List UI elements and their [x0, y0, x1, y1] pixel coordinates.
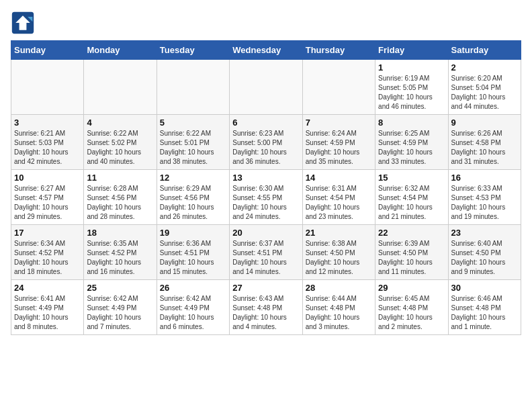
day-number: 5 — [160, 118, 226, 128]
day-cell: 5Sunrise: 6:22 AM Sunset: 5:01 PM Daylig… — [157, 115, 229, 170]
day-number: 25 — [87, 283, 153, 293]
day-cell: 1Sunrise: 6:19 AM Sunset: 5:05 PM Daylig… — [375, 60, 448, 115]
day-number: 29 — [378, 283, 445, 293]
week-row-2: 3Sunrise: 6:21 AM Sunset: 5:03 PM Daylig… — [11, 115, 521, 170]
day-cell: 14Sunrise: 6:31 AM Sunset: 4:54 PM Dayli… — [302, 170, 375, 225]
day-number: 14 — [306, 173, 372, 183]
day-info: Sunrise: 6:31 AM Sunset: 4:54 PM Dayligh… — [306, 184, 372, 222]
day-info: Sunrise: 6:30 AM Sunset: 4:55 PM Dayligh… — [232, 184, 299, 222]
header — [11, 11, 521, 35]
day-info: Sunrise: 6:23 AM Sunset: 5:00 PM Dayligh… — [232, 129, 299, 167]
day-cell: 25Sunrise: 6:42 AM Sunset: 4:49 PM Dayli… — [84, 280, 157, 335]
day-number: 8 — [378, 118, 445, 128]
column-headers: SundayMondayTuesdayWednesdayThursdayFrid… — [11, 41, 521, 60]
day-info: Sunrise: 6:22 AM Sunset: 5:01 PM Dayligh… — [160, 129, 226, 167]
day-info: Sunrise: 6:39 AM Sunset: 4:50 PM Dayligh… — [378, 239, 445, 277]
calendar-table: SundayMondayTuesdayWednesdayThursdayFrid… — [11, 40, 521, 335]
day-cell — [84, 60, 157, 115]
day-cell — [230, 60, 302, 115]
day-number: 9 — [451, 118, 518, 128]
day-cell: 24Sunrise: 6:41 AM Sunset: 4:49 PM Dayli… — [11, 280, 84, 335]
day-cell: 27Sunrise: 6:43 AM Sunset: 4:48 PM Dayli… — [230, 280, 302, 335]
day-info: Sunrise: 6:43 AM Sunset: 4:48 PM Dayligh… — [232, 294, 299, 332]
day-info: Sunrise: 6:22 AM Sunset: 5:02 PM Dayligh… — [87, 129, 153, 167]
day-number: 12 — [160, 173, 226, 183]
day-cell: 21Sunrise: 6:38 AM Sunset: 4:50 PM Dayli… — [302, 225, 375, 280]
day-cell: 12Sunrise: 6:29 AM Sunset: 4:56 PM Dayli… — [157, 170, 229, 225]
logo — [11, 11, 38, 35]
day-cell: 28Sunrise: 6:44 AM Sunset: 4:48 PM Dayli… — [302, 280, 375, 335]
day-number: 26 — [160, 283, 226, 293]
day-info: Sunrise: 6:19 AM Sunset: 5:05 PM Dayligh… — [378, 74, 445, 111]
day-cell: 16Sunrise: 6:33 AM Sunset: 4:53 PM Dayli… — [448, 170, 521, 225]
logo-icon — [11, 11, 35, 35]
day-number: 19 — [160, 228, 226, 238]
day-cell: 2Sunrise: 6:20 AM Sunset: 5:04 PM Daylig… — [448, 60, 521, 115]
column-header-saturday: Saturday — [448, 41, 521, 60]
day-info: Sunrise: 6:35 AM Sunset: 4:52 PM Dayligh… — [87, 239, 153, 277]
day-cell: 3Sunrise: 6:21 AM Sunset: 5:03 PM Daylig… — [11, 115, 84, 170]
week-row-5: 24Sunrise: 6:41 AM Sunset: 4:49 PM Dayli… — [11, 280, 521, 335]
day-info: Sunrise: 6:42 AM Sunset: 4:49 PM Dayligh… — [87, 294, 153, 332]
day-number: 18 — [87, 228, 153, 238]
week-row-4: 17Sunrise: 6:34 AM Sunset: 4:52 PM Dayli… — [11, 225, 521, 280]
day-cell: 20Sunrise: 6:37 AM Sunset: 4:51 PM Dayli… — [230, 225, 302, 280]
day-info: Sunrise: 6:42 AM Sunset: 4:49 PM Dayligh… — [160, 294, 226, 332]
day-info: Sunrise: 6:33 AM Sunset: 4:53 PM Dayligh… — [451, 184, 518, 222]
day-number: 17 — [14, 228, 81, 238]
day-cell: 6Sunrise: 6:23 AM Sunset: 5:00 PM Daylig… — [230, 115, 302, 170]
day-info: Sunrise: 6:36 AM Sunset: 4:51 PM Dayligh… — [160, 239, 226, 277]
day-number: 20 — [232, 228, 299, 238]
day-cell — [11, 60, 84, 115]
day-info: Sunrise: 6:21 AM Sunset: 5:03 PM Dayligh… — [14, 129, 81, 167]
day-number: 30 — [451, 283, 518, 293]
column-header-tuesday: Tuesday — [157, 41, 229, 60]
day-cell: 10Sunrise: 6:27 AM Sunset: 4:57 PM Dayli… — [11, 170, 84, 225]
day-cell: 29Sunrise: 6:45 AM Sunset: 4:48 PM Dayli… — [375, 280, 448, 335]
day-cell: 4Sunrise: 6:22 AM Sunset: 5:02 PM Daylig… — [84, 115, 157, 170]
column-header-wednesday: Wednesday — [230, 41, 302, 60]
day-cell — [157, 60, 229, 115]
day-number: 21 — [306, 228, 372, 238]
day-cell: 26Sunrise: 6:42 AM Sunset: 4:49 PM Dayli… — [157, 280, 229, 335]
day-number: 4 — [87, 118, 153, 128]
day-info: Sunrise: 6:44 AM Sunset: 4:48 PM Dayligh… — [306, 294, 372, 332]
column-header-monday: Monday — [84, 41, 157, 60]
day-cell: 11Sunrise: 6:28 AM Sunset: 4:56 PM Dayli… — [84, 170, 157, 225]
day-number: 23 — [451, 228, 518, 238]
day-cell: 23Sunrise: 6:40 AM Sunset: 4:50 PM Dayli… — [448, 225, 521, 280]
day-number: 28 — [306, 283, 372, 293]
day-info: Sunrise: 6:32 AM Sunset: 4:54 PM Dayligh… — [378, 184, 445, 222]
day-number: 6 — [232, 118, 299, 128]
day-cell: 9Sunrise: 6:26 AM Sunset: 4:58 PM Daylig… — [448, 115, 521, 170]
day-number: 15 — [378, 173, 445, 183]
day-number: 16 — [451, 173, 518, 183]
day-cell: 19Sunrise: 6:36 AM Sunset: 4:51 PM Dayli… — [157, 225, 229, 280]
day-number: 11 — [87, 173, 153, 183]
day-info: Sunrise: 6:37 AM Sunset: 4:51 PM Dayligh… — [232, 239, 299, 277]
day-cell: 30Sunrise: 6:46 AM Sunset: 4:48 PM Dayli… — [448, 280, 521, 335]
day-info: Sunrise: 6:40 AM Sunset: 4:50 PM Dayligh… — [451, 239, 518, 277]
day-cell: 18Sunrise: 6:35 AM Sunset: 4:52 PM Dayli… — [84, 225, 157, 280]
column-header-thursday: Thursday — [302, 41, 375, 60]
day-info: Sunrise: 6:24 AM Sunset: 4:59 PM Dayligh… — [306, 129, 372, 167]
day-info: Sunrise: 6:29 AM Sunset: 4:56 PM Dayligh… — [160, 184, 226, 222]
day-info: Sunrise: 6:45 AM Sunset: 4:48 PM Dayligh… — [378, 294, 445, 332]
day-cell: 7Sunrise: 6:24 AM Sunset: 4:59 PM Daylig… — [302, 115, 375, 170]
day-cell: 15Sunrise: 6:32 AM Sunset: 4:54 PM Dayli… — [375, 170, 448, 225]
week-row-1: 1Sunrise: 6:19 AM Sunset: 5:05 PM Daylig… — [11, 60, 521, 115]
day-info: Sunrise: 6:34 AM Sunset: 4:52 PM Dayligh… — [14, 239, 81, 277]
day-cell: 17Sunrise: 6:34 AM Sunset: 4:52 PM Dayli… — [11, 225, 84, 280]
day-number: 10 — [14, 173, 81, 183]
day-number: 24 — [14, 283, 81, 293]
day-info: Sunrise: 6:26 AM Sunset: 4:58 PM Dayligh… — [451, 129, 518, 167]
day-info: Sunrise: 6:28 AM Sunset: 4:56 PM Dayligh… — [87, 184, 153, 222]
day-number: 1 — [378, 62, 445, 73]
day-number: 7 — [306, 118, 372, 128]
day-number: 22 — [378, 228, 445, 238]
day-info: Sunrise: 6:27 AM Sunset: 4:57 PM Dayligh… — [14, 184, 81, 222]
day-number: 27 — [232, 283, 299, 293]
day-info: Sunrise: 6:38 AM Sunset: 4:50 PM Dayligh… — [306, 239, 372, 277]
day-cell: 13Sunrise: 6:30 AM Sunset: 4:55 PM Dayli… — [230, 170, 302, 225]
day-cell — [302, 60, 375, 115]
